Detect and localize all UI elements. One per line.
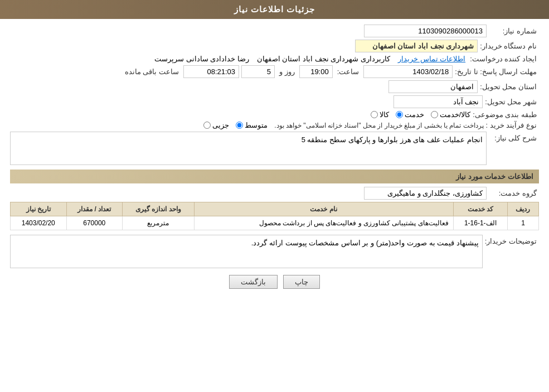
kala-label: کالا <box>380 110 389 119</box>
radio-jozii-input[interactable] <box>203 122 211 129</box>
namDastgah-value: شهرداری نجف اباد استان اصفهان <box>355 40 478 52</box>
ijadKonande-value1: رضا خدادادی سادانی سرپرست <box>152 55 251 63</box>
shomareNiaz-row: شماره نیاز: 1103090286000013 <box>10 25 539 37</box>
goroh-label: گروه خدمت: <box>489 189 539 197</box>
noeFarayand-radio-group: پرداخت تمام یا بخشی از مبلغ خریدار از مح… <box>203 121 483 129</box>
mohlatRemaining-label: ساعت باقی مانده <box>123 67 181 76</box>
goroh-row: گروه خدمت: کشاورزی، جنگلداری و ماهیگیری <box>10 187 539 200</box>
tabaqebandi-label: طبقه بندی موضوعی: <box>473 110 539 119</box>
cell-tedad: 670000 <box>66 216 122 230</box>
btn-bazgasht[interactable]: بازگشت <box>229 275 278 289</box>
kalaKhadamat-label: کالا/خدمت <box>440 110 471 119</box>
mohlatDate-value: 1403/02/18 <box>363 65 453 78</box>
col-tarikh: تاریخ نیاز <box>11 202 67 216</box>
page-header: جزئیات اطلاعات نیاز <box>0 0 549 19</box>
khadamatSection-title: اطلاعات خدمات مورد نیاز <box>456 172 533 181</box>
noeFarayand-row: نوع فرآیند خرید : پرداخت تمام یا بخشی از… <box>10 121 539 129</box>
ostan-value: اصفهان <box>388 80 478 93</box>
motavasset-label: متوسط <box>245 121 268 129</box>
goroh-value: کشاورزی، جنگلداری و ماهیگیری <box>364 187 487 200</box>
shomareNiaz-label: شماره نیاز: <box>489 27 539 35</box>
cell-tarikh: 1403/02/20 <box>11 216 67 230</box>
radio-kalaKhadamat-input[interactable] <box>431 111 438 118</box>
radio-kala-input[interactable] <box>371 111 378 118</box>
namDastgah-row: نام دستگاه خریدار: شهرداری نجف اباد استا… <box>10 40 539 52</box>
table-row: 1 الف-1-16-1 فعالیت‌های پشتیبانی کشاورزی… <box>11 216 539 230</box>
tosihKharidar-label: توضیحات خریدار: <box>485 235 539 245</box>
tosihKharidar-value <box>10 235 483 268</box>
radio-kala[interactable]: کالا <box>371 110 389 119</box>
mohlatErsalPasokh-label: مهلت ارسال پاسخ: تا تاریخ: <box>455 67 539 76</box>
radio-kalaKhadamat[interactable]: کالا/خدمت <box>431 110 471 119</box>
mohlatRoz-label: روز و <box>277 67 297 76</box>
noteText: پرداخت تمام یا بخشی از مبلغ خریدار از مح… <box>274 122 483 129</box>
tabaqebandi-row: طبقه بندی موضوعی: کالا/خدمت خدمت کالا <box>10 110 539 119</box>
cell-kodKhadamat: الف-1-16-1 <box>453 216 507 230</box>
ijadKonande-value2: کاربرداری شهرداری نجف اباد استان اصفهان <box>254 55 393 63</box>
radio-motavasset-input[interactable] <box>236 122 243 129</box>
khadamat-table: ردیف کد خدمت نام خدمت واحد اندازه گیری ت… <box>10 202 539 230</box>
shomareNiaz-value: 1103090286000013 <box>364 25 487 37</box>
sharhKolliNiaz-value <box>10 132 487 165</box>
shahr-row: شهر محل تحویل: نجف آباد <box>10 95 539 108</box>
col-namKhadamat: نام خدمت <box>194 202 453 216</box>
tosihKharidar-row: توضیحات خریدار: <box>10 235 539 268</box>
mohlatSaat-value: 19:00 <box>299 65 333 78</box>
radio-jozii[interactable]: جزیی <box>203 121 229 129</box>
cell-namKhadamat: فعالیت‌های پشتیبانی کشاورزی و فعالیت‌های… <box>194 216 453 230</box>
col-tedad: تعداد / مقدار <box>66 202 122 216</box>
ijadKonande-label: ایجاد کننده درخواست: <box>470 55 539 63</box>
cell-vahed: مترمربع <box>122 216 194 230</box>
ijadKonande-contact[interactable]: اطلاعات تماس خریدار <box>396 55 468 63</box>
page-title: جزئیات اطلاعات نیاز <box>234 4 315 14</box>
radio-motavasset[interactable]: متوسط <box>236 121 268 129</box>
radio-khadam[interactable]: خدمت <box>396 110 424 119</box>
mohlatErsalPasokh-row: مهلت ارسال پاسخ: تا تاریخ: 1403/02/18 سا… <box>10 65 539 78</box>
col-radif: ردیف <box>507 202 538 216</box>
radio-khadam-input[interactable] <box>396 111 403 118</box>
content-area: شماره نیاز: 1103090286000013 نام دستگاه … <box>0 19 549 299</box>
sharhKolliNiaz-label: شرح کلی نیاز: <box>489 132 539 142</box>
namDastgah-label: نام دستگاه خریدار: <box>480 42 539 50</box>
btn-chap[interactable]: چاپ <box>283 275 320 289</box>
ostan-label: استان محل تحویل: <box>480 83 539 91</box>
khadam-label: خدمت <box>405 110 424 119</box>
khadamatSection-header: اطلاعات خدمات مورد نیاز <box>10 170 539 183</box>
ostan-row: استان محل تحویل: اصفهان <box>10 80 539 93</box>
jozii-label: جزیی <box>212 121 229 129</box>
col-vahed: واحد اندازه گیری <box>122 202 194 216</box>
button-row: چاپ بازگشت <box>10 275 539 289</box>
page-wrapper: جزئیات اطلاعات نیاز شماره نیاز: 11030902… <box>0 0 549 392</box>
ijadKonande-row: ایجاد کننده درخواست: اطلاعات تماس خریدار… <box>10 55 539 63</box>
tabaqebandi-radio-group: کالا/خدمت خدمت کالا <box>371 110 471 119</box>
shahr-value: نجف آباد <box>393 95 483 108</box>
noeFarayand-label: نوع فرآیند خرید : <box>486 121 539 129</box>
mohlatRemaining-value: 08:21:03 <box>183 65 239 78</box>
cell-radif: 1 <box>507 216 538 230</box>
col-kodKhadamat: کد خدمت <box>453 202 507 216</box>
sharhKolliNiaz-row: شرح کلی نیاز: <box>10 132 539 165</box>
mohlatRoz-value: 5 <box>241 65 275 78</box>
mohlatSaat-label: ساعت: <box>335 67 362 76</box>
shahr-label: شهر محل تحویل: <box>485 98 539 106</box>
